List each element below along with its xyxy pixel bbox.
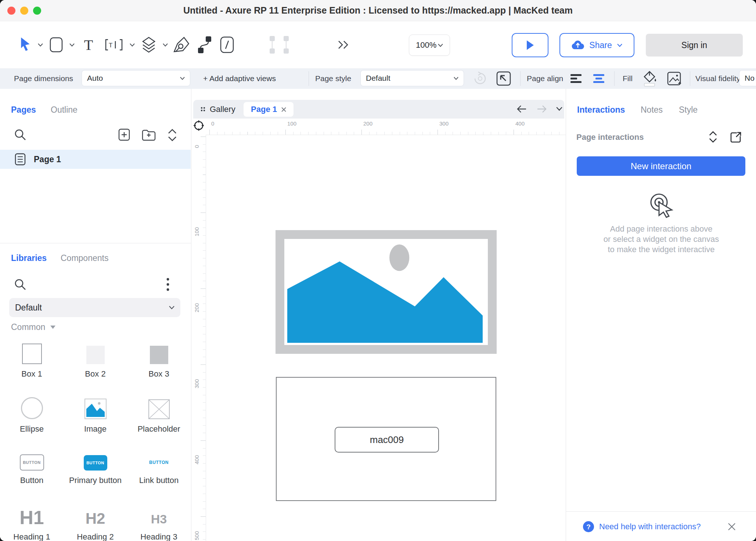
widget-box3[interactable]: Box 3 [127,343,191,379]
history-forward-button[interactable] [537,105,547,113]
tab-libraries[interactable]: Libraries [11,253,47,263]
widget-label: Box 3 [148,369,169,379]
tab-page1[interactable]: Page 1 [244,102,294,117]
window-title: Untitled - Axure RP 11 Enterprise Editio… [0,0,756,21]
layers-icon [141,36,157,54]
textfield-tool-dropdown[interactable] [128,21,137,68]
history-back-button[interactable] [516,105,527,113]
chevron-down-icon [556,107,562,111]
tab-page1-label: Page 1 [251,105,277,114]
library-select-value: Default [15,303,42,313]
canvas-button-widget[interactable]: mac009 [335,427,439,453]
widget-heading3[interactable]: H3 Heading 3 [127,504,191,541]
tab-notes[interactable]: Notes [641,105,663,115]
tab-list-button[interactable] [556,107,562,111]
box-tool-button[interactable] [47,21,65,68]
tab-interactions[interactable]: Interactions [577,105,625,115]
widget-button[interactable]: BUTTON Button [0,454,64,485]
tab-style[interactable]: Style [679,105,698,115]
pages-search-button[interactable] [14,128,26,141]
page-format-bar: Page dimensions Auto + Add adaptive view… [0,68,756,89]
add-adaptive-views-button[interactable]: + Add adaptive views [203,68,276,89]
h-ruler-200: 200 [363,120,372,127]
layers-tool-dropdown[interactable] [161,21,170,68]
page-align-label: Page align [527,68,563,89]
crosshair-target-icon [193,120,205,131]
tab-pages[interactable]: Pages [11,105,36,115]
visual-fidelity-select[interactable]: No [739,70,756,86]
widget-ellipse[interactable]: Ellipse [0,396,64,434]
inspector-panel: Interactions Notes Style Page interactio… [566,89,756,541]
close-tab-icon[interactable] [281,107,286,112]
fill-color-button[interactable] [642,68,658,89]
tab-components[interactable]: Components [61,253,108,263]
page-style-select[interactable]: Default [360,70,464,86]
layers-tool-button[interactable] [139,21,159,68]
h-ruler-100: 100 [287,120,296,127]
canvas-image-widget[interactable] [276,230,497,354]
libraries-menu-button[interactable] [166,277,170,291]
arrow-right-icon [537,105,547,113]
close-help-icon[interactable] [728,523,736,531]
widget-heading2[interactable]: H2 Heading 2 [64,504,127,541]
rectangle-icon [49,36,64,53]
widget-link-button[interactable]: BUTTON Link button [127,454,191,485]
canvas-tab-strip: Gallery Page 1 [193,100,564,119]
zoom-level-select[interactable]: 100% [409,35,450,56]
add-folder-button[interactable] [142,129,156,141]
tab-outline[interactable]: Outline [51,105,78,115]
textfield-tool-button[interactable]: T [103,21,125,68]
add-page-button[interactable] [118,128,130,141]
group-tool-button-disabled [267,21,291,68]
expand-collapse-pages-button[interactable] [168,128,177,142]
common-section-toggle[interactable]: Common [11,322,55,332]
page-align-left-button[interactable] [570,68,582,89]
widget-box2[interactable]: Box 2 [64,343,127,379]
widget-image[interactable]: Image [64,396,127,434]
reset-page-style-button-disabled [473,68,487,89]
library-select[interactable]: Default [9,298,180,317]
libraries-search-button[interactable] [14,278,26,291]
fill-image-button[interactable] [667,68,681,89]
page-dimensions-select[interactable]: Auto [82,70,190,86]
empty-state-line2: or select a widget on the canvas [566,234,756,244]
main-toolbar: T T [0,21,756,68]
connector-tool-button[interactable] [194,21,215,68]
open-interactions-window-button[interactable] [730,131,742,143]
widget-box1[interactable]: Box 1 [0,343,64,379]
select-tool-button[interactable] [16,21,35,68]
ruler-origin-button[interactable] [193,120,205,131]
left-panel: Pages Outline [0,89,191,541]
widget-placeholder[interactable]: Placeholder [127,396,191,434]
widget-label: Image [84,424,107,434]
widget-style-pointer-button[interactable] [496,68,511,89]
common-section-label: Common [11,322,45,332]
page-align-center-button[interactable] [593,68,605,89]
sign-in-button[interactable]: Sign in [646,34,743,57]
widget-label: Heading 1 [13,532,50,541]
select-tool-dropdown[interactable] [36,21,45,68]
widget-primary-button[interactable]: BUTTON Primary button [64,454,127,485]
chevron-down-icon [169,306,174,309]
collapse-interactions-button[interactable] [709,131,717,143]
widget-heading1[interactable]: H1 Heading 1 [0,504,64,541]
tab-gallery[interactable]: Gallery [201,100,235,119]
help-link[interactable]: Need help with interactions? [599,522,701,531]
note-tool-button[interactable] [217,21,237,68]
widget-label: Button [20,476,44,485]
new-interaction-button[interactable]: New interaction [577,156,745,176]
grid-dots-icon [201,107,205,112]
double-chevron-right-icon [337,40,350,50]
text-tool-button[interactable]: T [80,21,97,68]
more-tools-button[interactable] [332,21,354,68]
v-ruler-100: 100 [194,227,200,236]
v-ruler-200: 200 [194,303,200,312]
preview-button[interactable] [512,33,548,57]
align-center-icon [593,74,605,83]
page-list-item-page1[interactable]: Page 1 [0,150,191,169]
canvas-box-widget[interactable]: mac009 [276,377,496,501]
pen-tool-button[interactable] [170,21,192,68]
h2-preview: H2 [86,510,105,527]
share-button[interactable]: Share [559,33,634,57]
box-tool-dropdown[interactable] [68,21,76,68]
